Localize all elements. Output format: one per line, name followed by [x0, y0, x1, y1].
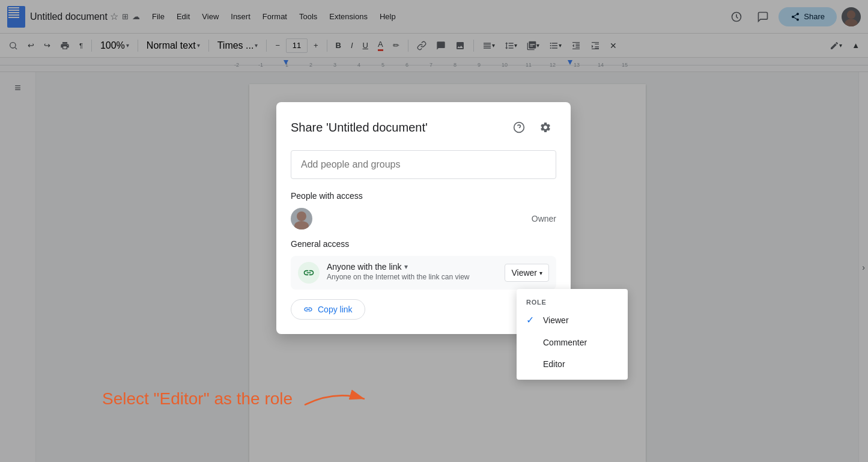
access-info: Anyone with the link ▾ Anyone on the Int…	[327, 262, 497, 281]
svg-point-26	[297, 211, 306, 221]
access-dropdown-arrow[interactable]: ▾	[404, 263, 408, 271]
role-item-commenter[interactable]: Commenter	[517, 332, 628, 353]
person-row: Owner	[291, 208, 556, 229]
dialog-action-icons	[508, 117, 556, 138]
general-access-title: General access	[291, 239, 556, 249]
dialog-header: Share 'Untitled document'	[291, 117, 556, 138]
settings-icon-btn[interactable]	[535, 117, 556, 138]
add-people-input[interactable]	[291, 150, 556, 179]
copy-link-button[interactable]: Copy link	[291, 299, 365, 320]
role-dropdown-menu: ROLE ✓ Viewer Commenter Editor	[517, 289, 628, 380]
annotation-arrow-svg	[299, 384, 371, 414]
copy-link-label: Copy link	[318, 305, 353, 314]
person-avatar	[291, 208, 312, 229]
svg-point-27	[294, 221, 309, 229]
annotation: Select "Editor" as the role	[102, 384, 371, 414]
dialog-title: Share 'Untitled document'	[291, 121, 428, 135]
role-commenter-label: Commenter	[543, 338, 587, 347]
role-dropdown-header: ROLE	[517, 294, 628, 308]
access-description: Anyone on the Internet with the link can…	[327, 273, 497, 281]
access-icon	[298, 262, 320, 284]
role-viewer-label: Viewer	[543, 315, 569, 325]
access-type-label: Anyone with the link	[327, 262, 402, 272]
viewer-role-label: Viewer	[511, 268, 537, 278]
access-title-row: Anyone with the link ▾	[327, 262, 497, 272]
role-item-editor[interactable]: Editor	[517, 353, 628, 375]
annotation-text: Select "Editor" as the role	[102, 389, 293, 409]
viewer-check-icon: ✓	[526, 314, 537, 326]
viewer-role-dropdown[interactable]: Viewer ▾	[505, 264, 549, 282]
access-row: Anyone with the link ▾ Anyone on the Int…	[291, 256, 556, 290]
help-icon-btn[interactable]	[508, 117, 530, 138]
role-item-viewer[interactable]: ✓ Viewer	[517, 308, 628, 332]
people-section-title: People with access	[291, 191, 556, 201]
person-role: Owner	[532, 214, 556, 223]
role-editor-label: Editor	[543, 359, 565, 369]
viewer-dropdown-arrow: ▾	[539, 270, 542, 276]
